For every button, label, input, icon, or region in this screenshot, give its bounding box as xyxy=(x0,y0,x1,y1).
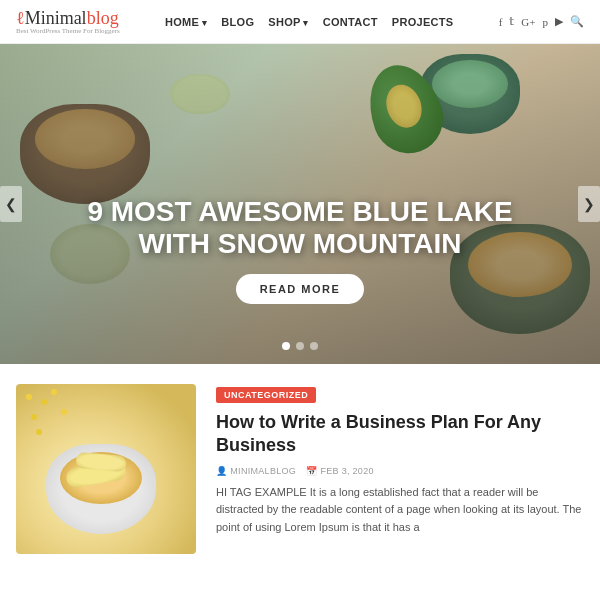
blog-thumbnail[interactable] xyxy=(16,384,196,554)
hero-title-line2: WITH SNOW MOUNTAIN xyxy=(0,228,600,260)
blog-author-meta: 👤 MINIMALBLOG xyxy=(216,466,296,476)
hero-title-line1: 9 MOST AWESOME BLUE LAKE xyxy=(0,196,600,228)
blog-date-meta: 📅 FEB 3, 2020 xyxy=(306,466,374,476)
blog-title[interactable]: How to Write a Business Plan For Any Bus… xyxy=(216,411,584,458)
pinterest-icon[interactable]: p xyxy=(542,16,548,28)
nav-item-shop[interactable]: SHOP xyxy=(268,16,308,28)
calendar-icon: 📅 xyxy=(306,466,317,476)
logo[interactable]: ℓMinimalblog Best WordPress Theme For Bl… xyxy=(16,9,120,35)
user-icon: 👤 xyxy=(216,466,227,476)
youtube-icon[interactable]: ▶ xyxy=(555,15,563,28)
nav-item-blog[interactable]: BLOG xyxy=(221,16,254,28)
blog-author: MINIMALBLOG xyxy=(230,466,296,476)
blog-section: Uncategorized How to Write a Business Pl… xyxy=(0,364,600,574)
slider-next-button[interactable]: ❯ xyxy=(578,186,600,222)
gold-dots xyxy=(26,394,32,400)
search-icon[interactable]: 🔍 xyxy=(570,15,584,28)
blog-excerpt: HI TAG EXAMPLE It is a long established … xyxy=(216,484,584,537)
slider-dot-3[interactable] xyxy=(310,342,318,350)
twitter-icon[interactable]: 𝕥 xyxy=(509,15,514,28)
blog-content: Uncategorized How to Write a Business Pl… xyxy=(216,384,584,554)
blog-bowl-decoration xyxy=(46,444,156,534)
hero-content: 9 MOST AWESOME BLUE LAKE WITH SNOW MOUNT… xyxy=(0,196,600,304)
category-badge[interactable]: Uncategorized xyxy=(216,387,316,403)
read-more-button[interactable]: READ MORE xyxy=(236,274,365,304)
logo-text: ℓMinimalblog xyxy=(16,9,120,27)
google-plus-icon[interactable]: G+ xyxy=(521,16,535,28)
logo-name-styled: Minimal xyxy=(25,8,87,28)
facebook-icon[interactable]: f xyxy=(499,16,503,28)
slider-dot-2[interactable] xyxy=(296,342,304,350)
logo-name-end: blog xyxy=(87,8,119,28)
site-header: ℓMinimalblog Best WordPress Theme For Bl… xyxy=(0,0,600,44)
nav-item-projects[interactable]: PROJECTS xyxy=(392,16,454,28)
nav-item-contact[interactable]: CONTACT xyxy=(323,16,378,28)
slider-prev-button[interactable]: ❮ xyxy=(0,186,22,222)
slider-dots xyxy=(282,342,318,350)
social-links: f 𝕥 G+ p ▶ 🔍 xyxy=(499,15,584,28)
slider-dot-1[interactable] xyxy=(282,342,290,350)
hero-slider: 9 MOST AWESOME BLUE LAKE WITH SNOW MOUNT… xyxy=(0,44,600,364)
blog-meta: 👤 MINIMALBLOG 📅 FEB 3, 2020 xyxy=(216,466,584,476)
hero-title: 9 MOST AWESOME BLUE LAKE WITH SNOW MOUNT… xyxy=(0,196,600,260)
blog-date: FEB 3, 2020 xyxy=(320,466,373,476)
nav-item-home[interactable]: HOME xyxy=(165,16,207,28)
logo-tagline: Best WordPress Theme For Bloggers xyxy=(16,28,120,35)
main-nav: HOME BLOG SHOP CONTACT PROJECTS xyxy=(165,16,454,28)
